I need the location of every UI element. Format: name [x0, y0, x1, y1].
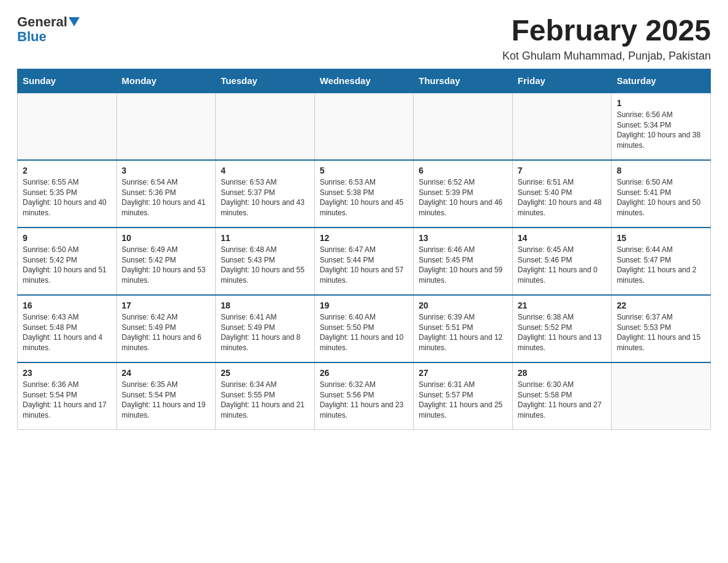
day-info: Sunrise: 6:38 AMSunset: 5:52 PMDaylight:…: [518, 312, 607, 353]
day-number: 9: [23, 233, 112, 243]
table-row: 22Sunrise: 6:37 AMSunset: 5:53 PMDayligh…: [612, 295, 711, 362]
day-number: 3: [122, 166, 211, 175]
table-row: 27Sunrise: 6:31 AMSunset: 5:57 PMDayligh…: [414, 362, 513, 430]
header-wednesday: Wednesday: [314, 69, 414, 93]
day-number: 6: [419, 166, 507, 175]
day-number: 7: [518, 166, 607, 175]
day-info: Sunrise: 6:41 AMSunset: 5:49 PMDaylight:…: [221, 312, 309, 353]
day-number: 21: [518, 301, 607, 310]
logo-triangle-icon: [69, 17, 80, 26]
day-info: Sunrise: 6:52 AMSunset: 5:39 PMDaylight:…: [419, 177, 507, 218]
table-row: 2Sunrise: 6:55 AMSunset: 5:35 PMDaylight…: [18, 160, 117, 228]
logo-blue-text: Blue: [17, 29, 80, 44]
day-number: 2: [23, 166, 112, 175]
header-friday: Friday: [512, 69, 612, 93]
day-number: 10: [122, 233, 211, 243]
table-row: 18Sunrise: 6:41 AMSunset: 5:49 PMDayligh…: [216, 295, 315, 362]
day-number: 17: [122, 301, 211, 310]
day-number: 11: [221, 233, 309, 243]
table-row: 15Sunrise: 6:44 AMSunset: 5:47 PMDayligh…: [612, 228, 711, 295]
table-row: 4Sunrise: 6:53 AMSunset: 5:37 PMDaylight…: [216, 160, 315, 228]
table-row: [18, 93, 117, 160]
table-row: [216, 93, 315, 160]
day-number: 8: [616, 166, 705, 175]
day-number: 23: [23, 368, 112, 378]
day-info: Sunrise: 6:53 AMSunset: 5:38 PMDaylight:…: [320, 177, 409, 218]
logo-general-text: General: [17, 15, 80, 29]
table-row: 19Sunrise: 6:40 AMSunset: 5:50 PMDayligh…: [314, 295, 414, 362]
day-info: Sunrise: 6:31 AMSunset: 5:57 PMDaylight:…: [419, 380, 507, 421]
day-info: Sunrise: 6:32 AMSunset: 5:56 PMDaylight:…: [320, 380, 409, 421]
day-number: 24: [122, 368, 211, 378]
header-monday: Monday: [116, 69, 216, 93]
table-row: 14Sunrise: 6:45 AMSunset: 5:46 PMDayligh…: [512, 228, 612, 295]
day-info: Sunrise: 6:50 AMSunset: 5:42 PMDaylight:…: [23, 245, 112, 286]
day-info: Sunrise: 6:45 AMSunset: 5:46 PMDaylight:…: [518, 245, 607, 286]
header-saturday: Saturday: [612, 69, 711, 93]
table-row: 25Sunrise: 6:34 AMSunset: 5:55 PMDayligh…: [216, 362, 315, 430]
day-info: Sunrise: 6:50 AMSunset: 5:41 PMDaylight:…: [616, 177, 705, 218]
day-info: Sunrise: 6:51 AMSunset: 5:40 PMDaylight:…: [518, 177, 607, 218]
day-info: Sunrise: 6:53 AMSunset: 5:37 PMDaylight:…: [221, 177, 309, 218]
header-thursday: Thursday: [414, 69, 513, 93]
day-info: Sunrise: 6:42 AMSunset: 5:49 PMDaylight:…: [122, 312, 211, 353]
table-row: [612, 362, 711, 430]
logo: General Blue: [17, 15, 80, 44]
day-number: 25: [221, 368, 309, 378]
table-row: 10Sunrise: 6:49 AMSunset: 5:42 PMDayligh…: [116, 228, 216, 295]
table-row: 7Sunrise: 6:51 AMSunset: 5:40 PMDaylight…: [512, 160, 612, 228]
table-row: 21Sunrise: 6:38 AMSunset: 5:52 PMDayligh…: [512, 295, 612, 362]
day-info: Sunrise: 6:40 AMSunset: 5:50 PMDaylight:…: [320, 312, 409, 353]
header-tuesday: Tuesday: [216, 69, 315, 93]
day-number: 28: [518, 368, 607, 378]
table-row: [116, 93, 216, 160]
day-number: 27: [419, 368, 507, 378]
table-row: [414, 93, 513, 160]
table-row: 20Sunrise: 6:39 AMSunset: 5:51 PMDayligh…: [414, 295, 513, 362]
table-row: 3Sunrise: 6:54 AMSunset: 5:36 PMDaylight…: [116, 160, 216, 228]
calendar-week-row: 2Sunrise: 6:55 AMSunset: 5:35 PMDaylight…: [18, 160, 711, 228]
day-info: Sunrise: 6:44 AMSunset: 5:47 PMDaylight:…: [616, 245, 705, 286]
day-info: Sunrise: 6:47 AMSunset: 5:44 PMDaylight:…: [320, 245, 409, 286]
weekday-header-row: Sunday Monday Tuesday Wednesday Thursday…: [18, 69, 711, 93]
day-number: 18: [221, 301, 309, 310]
day-number: 20: [419, 301, 507, 310]
day-number: 1: [616, 98, 705, 108]
table-row: 9Sunrise: 6:50 AMSunset: 5:42 PMDaylight…: [18, 228, 117, 295]
table-row: 16Sunrise: 6:43 AMSunset: 5:48 PMDayligh…: [18, 295, 117, 362]
day-info: Sunrise: 6:54 AMSunset: 5:36 PMDaylight:…: [122, 177, 211, 218]
calendar-table: Sunday Monday Tuesday Wednesday Thursday…: [17, 69, 711, 431]
location-text: Kot Ghulam Muhammad, Punjab, Pakistan: [502, 50, 711, 63]
day-info: Sunrise: 6:34 AMSunset: 5:55 PMDaylight:…: [221, 380, 309, 421]
table-row: 17Sunrise: 6:42 AMSunset: 5:49 PMDayligh…: [116, 295, 216, 362]
day-info: Sunrise: 6:46 AMSunset: 5:45 PMDaylight:…: [419, 245, 507, 286]
day-number: 26: [320, 368, 409, 378]
table-row: 1Sunrise: 6:56 AMSunset: 5:34 PMDaylight…: [612, 93, 711, 160]
month-year-title: February 2025: [502, 15, 711, 47]
day-info: Sunrise: 6:35 AMSunset: 5:54 PMDaylight:…: [122, 380, 211, 421]
day-number: 12: [320, 233, 409, 243]
day-number: 5: [320, 166, 409, 175]
table-row: 24Sunrise: 6:35 AMSunset: 5:54 PMDayligh…: [116, 362, 216, 430]
day-number: 14: [518, 233, 607, 243]
header-sunday: Sunday: [18, 69, 117, 93]
table-row: [512, 93, 612, 160]
table-row: 8Sunrise: 6:50 AMSunset: 5:41 PMDaylight…: [612, 160, 711, 228]
table-row: 11Sunrise: 6:48 AMSunset: 5:43 PMDayligh…: [216, 228, 315, 295]
table-row: 6Sunrise: 6:52 AMSunset: 5:39 PMDaylight…: [414, 160, 513, 228]
day-info: Sunrise: 6:37 AMSunset: 5:53 PMDaylight:…: [616, 312, 705, 353]
day-info: Sunrise: 6:30 AMSunset: 5:58 PMDaylight:…: [518, 380, 607, 421]
day-number: 16: [23, 301, 112, 310]
table-row: 28Sunrise: 6:30 AMSunset: 5:58 PMDayligh…: [512, 362, 612, 430]
title-block: February 2025 Kot Ghulam Muhammad, Punja…: [502, 15, 711, 63]
table-row: 12Sunrise: 6:47 AMSunset: 5:44 PMDayligh…: [314, 228, 414, 295]
day-number: 4: [221, 166, 309, 175]
day-info: Sunrise: 6:48 AMSunset: 5:43 PMDaylight:…: [221, 245, 309, 286]
day-number: 13: [419, 233, 507, 243]
page-header: General Blue February 2025 Kot Ghulam Mu…: [17, 15, 711, 63]
table-row: 26Sunrise: 6:32 AMSunset: 5:56 PMDayligh…: [314, 362, 414, 430]
day-info: Sunrise: 6:56 AMSunset: 5:34 PMDaylight:…: [616, 110, 705, 151]
day-number: 22: [616, 301, 705, 310]
day-info: Sunrise: 6:36 AMSunset: 5:54 PMDaylight:…: [23, 380, 112, 421]
table-row: 23Sunrise: 6:36 AMSunset: 5:54 PMDayligh…: [18, 362, 117, 430]
